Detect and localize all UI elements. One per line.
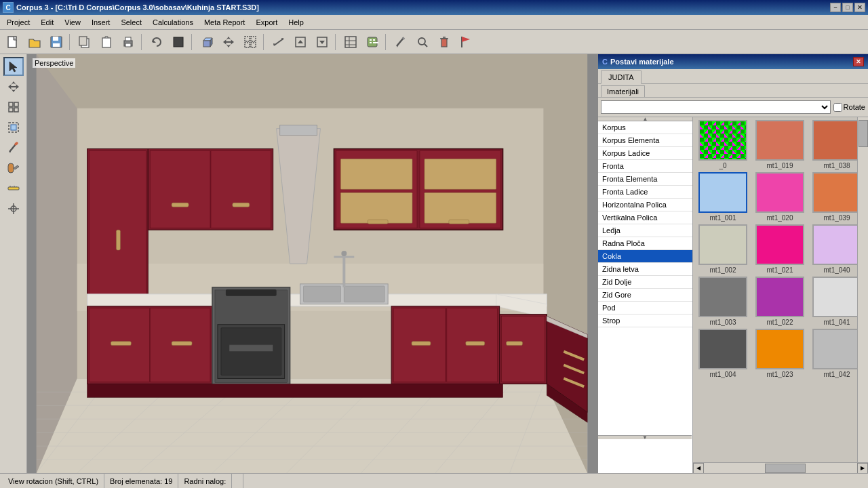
panel-subtab-imaterijali[interactable]: Imaterijali <box>601 85 645 97</box>
toolbar-group[interactable] <box>240 33 260 52</box>
category-radna-ploca[interactable]: Radna Ploča <box>598 237 692 250</box>
minimize-button[interactable]: – <box>830 3 841 12</box>
h-scroll-track[interactable] <box>704 463 857 473</box>
category-cokla[interactable]: Cokla <box>598 250 692 263</box>
tool-paint[interactable] <box>3 138 24 157</box>
svg-line-36 <box>397 38 403 46</box>
toolbar-pencil[interactable] <box>391 33 411 52</box>
svg-rect-101 <box>368 220 388 224</box>
toolbar-undo[interactable] <box>146 33 167 52</box>
category-korpus-elementa[interactable]: Korpus Elementa <box>598 134 692 147</box>
h-scroll-left[interactable]: ◀ <box>693 463 704 474</box>
category-strop[interactable]: Strop <box>598 314 692 327</box>
category-korpus[interactable]: Korpus <box>598 121 692 134</box>
swatch-mt1-038[interactable]: mt1_038 <box>810 120 857 169</box>
category-fronta[interactable]: Fronta <box>598 160 692 173</box>
menu-export[interactable]: Export <box>250 17 283 28</box>
swatch-mt1-001[interactable]: mt1_001 <box>696 172 750 222</box>
menu-view[interactable]: View <box>59 17 86 28</box>
tool-crosshair[interactable] <box>3 199 24 218</box>
tool-measure-tape[interactable] <box>3 179 24 198</box>
swatch-mt1-019[interactable]: mt1_019 <box>753 120 807 169</box>
svg-rect-125 <box>412 342 431 346</box>
category-horizontalna-polica[interactable]: Horizontalna Polica <box>598 199 692 211</box>
toolbar-move[interactable] <box>218 33 239 52</box>
swatch-0[interactable]: _0 <box>696 120 750 169</box>
swatch-mt1-002[interactable]: mt1_002 <box>696 224 750 274</box>
category-zid-gore[interactable]: Zid Gore <box>598 289 692 302</box>
toolbar-save[interactable] <box>46 33 66 52</box>
category-zidna-letva[interactable]: Zidna letva <box>598 263 692 276</box>
tool-multiselect[interactable] <box>3 118 24 137</box>
category-fronta-elementa[interactable]: Fronta Elementa <box>598 173 692 186</box>
menu-calculations[interactable]: Calculations <box>147 17 199 28</box>
panel-tab-judita[interactable]: JUDITA <box>601 70 642 84</box>
toolbar-delete[interactable] <box>434 33 454 52</box>
svg-rect-126 <box>466 342 485 346</box>
svg-rect-11 <box>174 37 183 47</box>
menu-help[interactable]: Help <box>283 17 309 28</box>
toolbar-table[interactable] <box>340 33 361 52</box>
material-grid-scrollbar[interactable] <box>857 117 868 462</box>
material-dropdown[interactable] <box>601 100 831 114</box>
panel-subtab-bar: Imaterijali <box>598 84 868 98</box>
panel-tab-bar: JUDITA <box>598 69 868 84</box>
menu-meta-report[interactable]: Meta Report <box>199 17 251 28</box>
swatch-mt1-021[interactable]: mt1_021 <box>753 224 807 274</box>
menu-insert[interactable]: Insert <box>86 17 116 28</box>
viewport[interactable]: Perspective <box>27 54 597 473</box>
svg-rect-90 <box>172 203 189 207</box>
toolbar-paste[interactable] <box>96 33 117 52</box>
toolbar-3d[interactable] <box>197 33 217 52</box>
h-scroll-right[interactable]: ▶ <box>857 463 868 474</box>
category-fronta-ladice[interactable]: Fronta Ladice <box>598 186 692 199</box>
app-icon: C <box>3 2 14 13</box>
swatch-mt1-042[interactable]: mt1_042 <box>810 329 857 378</box>
left-toolbox <box>0 54 27 473</box>
toolbar-copy[interactable] <box>75 33 95 52</box>
swatch-mt1-041[interactable]: mt1_041 <box>810 277 857 326</box>
menu-select[interactable]: Select <box>115 17 147 28</box>
svg-rect-89 <box>211 151 271 228</box>
category-pod[interactable]: Pod <box>598 302 692 314</box>
category-vertikalna-polica[interactable]: Vertikalna Polica <box>598 211 692 224</box>
maximize-button[interactable]: □ <box>842 3 853 12</box>
toolbar-calc[interactable] <box>362 33 382 52</box>
panel-close-button[interactable]: ✕ <box>853 57 864 66</box>
rotate-checkbox[interactable] <box>833 103 842 112</box>
toolbar-box[interactable] <box>168 33 189 52</box>
swatch-mt1-039[interactable]: mt1_039 <box>810 172 857 222</box>
menu-edit[interactable]: Edit <box>35 17 59 28</box>
tool-bucket[interactable] <box>3 159 24 178</box>
swatch-mt1-020[interactable]: mt1_020 <box>753 172 807 222</box>
swatch-mt1-003[interactable]: mt1_003 <box>696 277 750 326</box>
tool-select[interactable] <box>3 57 24 76</box>
close-button[interactable]: ✕ <box>854 3 865 12</box>
category-ledja[interactable]: Leđja <box>598 224 692 237</box>
toolbar-new[interactable] <box>3 33 23 52</box>
toolbar-print[interactable] <box>118 33 138 52</box>
svg-rect-17 <box>251 37 256 41</box>
swatch-mt1-022[interactable]: mt1_022 <box>753 277 807 326</box>
category-korpus-ladice[interactable]: Korpus Ladice <box>598 147 692 160</box>
toolbar-zoom[interactable] <box>412 33 433 52</box>
menu-project[interactable]: Project <box>1 17 35 28</box>
tool-grid[interactable] <box>3 98 24 117</box>
toolbar-export[interactable] <box>312 33 332 52</box>
swatch-mt1-004[interactable]: mt1_004 <box>696 329 750 378</box>
svg-marker-10 <box>153 39 156 43</box>
toolbar-sep1 <box>69 34 72 50</box>
toolbar-measure[interactable] <box>269 33 289 52</box>
h-scroll-thumb[interactable] <box>765 464 806 473</box>
svg-rect-99 <box>340 192 412 223</box>
swatch-mt1-040[interactable]: mt1_040 <box>810 224 857 274</box>
tool-move-arrows[interactable] <box>3 77 24 96</box>
status-bar: View rotacion (Shift, CTRL) Broj elemena… <box>0 473 868 488</box>
toolbar-flag[interactable] <box>456 33 476 52</box>
category-zid-dolje[interactable]: Zid Dolje <box>598 276 692 289</box>
toolbar-import[interactable] <box>290 33 311 52</box>
scrollbar-thumb-up[interactable] <box>859 120 868 147</box>
toolbar-sep6 <box>385 34 388 50</box>
swatch-mt1-023[interactable]: mt1_023 <box>753 329 807 378</box>
toolbar-open[interactable] <box>24 33 45 52</box>
